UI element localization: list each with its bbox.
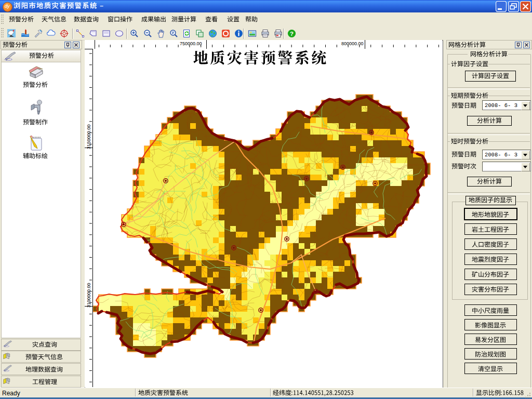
svg-text:3150000.00: 3150000.00	[86, 124, 91, 149]
svg-text:3100000.00: 3100000.00	[86, 283, 91, 308]
svg-text:?: ?	[290, 31, 294, 37]
